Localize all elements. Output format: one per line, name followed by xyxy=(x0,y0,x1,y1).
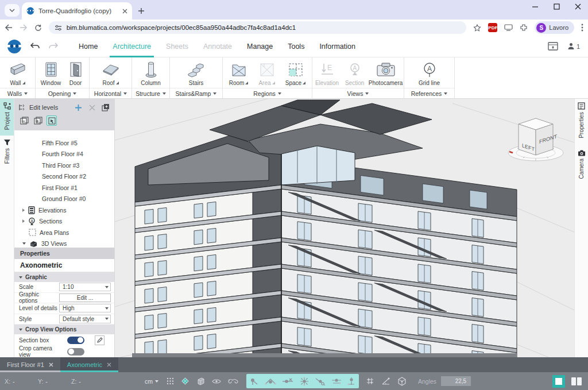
photocamera-tool[interactable]: Photocamera xyxy=(368,59,404,86)
online-users[interactable]: 1 xyxy=(567,43,580,50)
view-tab-first-floor[interactable]: First Floor #1 xyxy=(0,357,60,372)
snap-midpoint-icon[interactable] xyxy=(265,377,276,385)
pdf-extension-icon[interactable]: PDF xyxy=(488,23,497,32)
group-label-views[interactable]: Views xyxy=(312,88,404,98)
box-mode-icon[interactable] xyxy=(196,377,205,385)
space-tool[interactable]: Space xyxy=(281,59,311,86)
menu-architecture[interactable]: Architecture xyxy=(105,36,158,57)
level-item[interactable]: Fourth Floor #4 xyxy=(14,149,114,160)
section-tool[interactable]: A Section xyxy=(342,59,368,86)
graphic-options-edit-button[interactable]: Edit ... xyxy=(59,294,111,302)
bookmark-star-icon[interactable] xyxy=(473,24,481,32)
menu-information[interactable]: Information xyxy=(312,36,363,57)
level-item[interactable]: Ground Floor #0 xyxy=(14,194,114,205)
site-info-icon[interactable] xyxy=(55,25,62,31)
tree-item-3d-views[interactable]: 3D Views xyxy=(14,238,114,248)
url-input[interactable] xyxy=(67,24,461,31)
tab-camera[interactable]: Camera xyxy=(575,146,588,185)
browser-tab[interactable]: Torre-Quadrifoglio (copy) xyxy=(22,2,132,20)
reload-icon[interactable] xyxy=(34,24,42,32)
orbit-cube-icon[interactable] xyxy=(397,377,407,386)
window-close-button[interactable] xyxy=(575,3,581,10)
snap-endpoint-icon[interactable] xyxy=(250,377,259,385)
tab-close-icon[interactable] xyxy=(122,9,127,14)
group-label-horizontal[interactable]: Horizontal xyxy=(90,88,131,98)
forward-icon[interactable] xyxy=(20,24,28,31)
snap-intersection-icon[interactable] xyxy=(282,378,293,385)
window-minimize-button[interactable] xyxy=(532,3,539,10)
collapsed-arrow-icon[interactable] xyxy=(22,208,25,212)
grid-toggle-icon[interactable] xyxy=(167,377,174,385)
angle-snap-icon[interactable] xyxy=(381,377,390,385)
tree-item-sections[interactable]: A Sections xyxy=(14,216,114,227)
single-view-button[interactable] xyxy=(552,375,565,388)
elevation-tool[interactable]: E Elevation xyxy=(312,59,342,86)
group-label-structure[interactable]: Structure xyxy=(132,88,169,98)
snap-parallel-icon[interactable] xyxy=(331,378,342,385)
scale-select[interactable]: 1:10 xyxy=(59,283,111,291)
3d-viewport[interactable]: LEFT FRONT xyxy=(115,99,574,357)
tab-project[interactable]: Project xyxy=(0,99,14,136)
door-tool[interactable]: Door xyxy=(64,59,87,86)
window-tool[interactable]: Window xyxy=(38,59,64,86)
group-label-opening[interactable]: Opening xyxy=(36,88,89,98)
chrome-menu-icon[interactable] xyxy=(581,24,583,32)
expand-levels-button[interactable] xyxy=(33,115,43,126)
tab-close-icon[interactable] xyxy=(49,362,53,367)
snap-perpendicular-icon[interactable] xyxy=(347,377,355,385)
graphic-section-header[interactable]: Graphic xyxy=(14,272,114,282)
tree-item-elevations[interactable]: Elevations xyxy=(14,204,114,216)
redo-icon[interactable] xyxy=(48,43,59,51)
new-tab-button[interactable] xyxy=(138,7,145,14)
undo-icon[interactable] xyxy=(30,43,40,51)
expanded-arrow-icon[interactable] xyxy=(22,242,26,245)
crop-camera-toggle[interactable] xyxy=(67,348,84,356)
snap-diamond-icon[interactable] xyxy=(181,377,189,385)
group-label-walls[interactable]: Walls xyxy=(0,88,35,98)
menu-annotate[interactable]: Annotate xyxy=(196,36,239,57)
split-view-button[interactable] xyxy=(570,375,583,388)
menu-manage[interactable]: Manage xyxy=(239,36,280,57)
workspace-desk-icon[interactable] xyxy=(548,42,558,51)
section-box-edit-button[interactable] xyxy=(95,335,105,345)
angles-input[interactable] xyxy=(441,376,471,386)
omnibox[interactable] xyxy=(49,21,466,34)
tab-filters[interactable]: Filters xyxy=(0,136,14,169)
snap-center-icon[interactable] xyxy=(299,377,310,386)
duplicate-level-button[interactable] xyxy=(100,102,111,113)
menu-sheets[interactable]: Sheets xyxy=(158,36,196,57)
browser-profile[interactable]: S Lavoro xyxy=(535,21,574,34)
tab-close-icon[interactable] xyxy=(107,362,111,367)
tree-item-area-plans[interactable]: Area Plans xyxy=(14,227,114,238)
delete-level-button[interactable] xyxy=(87,102,97,113)
level-of-details-select[interactable]: High xyxy=(59,304,111,312)
column-tool[interactable]: Column xyxy=(136,59,166,86)
group-label-references[interactable]: References xyxy=(404,88,454,98)
room-tool[interactable]: Room xyxy=(225,59,253,86)
area-tool[interactable]: Area xyxy=(253,59,281,86)
group-label-regions[interactable]: Regions xyxy=(223,88,312,98)
building-model[interactable] xyxy=(115,99,574,357)
media-device-icon[interactable] xyxy=(504,24,513,31)
unit-select[interactable]: cm xyxy=(145,378,158,385)
style-select[interactable]: Default style xyxy=(59,315,111,323)
level-item[interactable]: Third Floor #3 xyxy=(14,160,114,171)
section-box-toggle[interactable] xyxy=(67,337,84,344)
crop-view-section-header[interactable]: Crop View Options xyxy=(14,325,114,334)
wall-tool[interactable]: Wall xyxy=(3,59,33,86)
collapsed-arrow-icon[interactable] xyxy=(22,219,25,223)
menu-tools[interactable]: Tools xyxy=(280,36,312,57)
level-item[interactable]: Fifth Floor #5 xyxy=(14,137,114,149)
level-item[interactable]: First Floor #1 xyxy=(14,182,114,194)
tab-search-button[interactable] xyxy=(5,4,20,17)
visibility-eye-icon[interactable] xyxy=(212,379,221,384)
view-cube[interactable]: LEFT FRONT xyxy=(506,111,566,166)
tab-properties[interactable]: Properties xyxy=(575,99,588,144)
view-tab-axonometric[interactable]: Axonometric xyxy=(60,357,118,372)
collapse-levels-button[interactable] xyxy=(19,115,29,126)
snap-nearest-icon[interactable] xyxy=(315,377,326,385)
level-item[interactable]: Second Floor #2 xyxy=(14,171,114,183)
window-maximize-button[interactable] xyxy=(554,3,560,10)
grid-line-tool[interactable]: A Grid line xyxy=(412,59,447,86)
add-level-button[interactable] xyxy=(73,102,83,113)
